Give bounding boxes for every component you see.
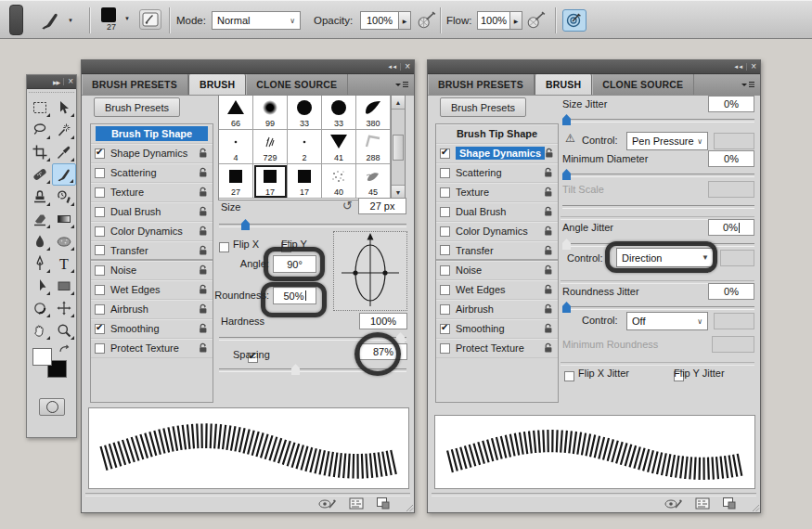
checkbox[interactable]: [95, 304, 105, 315]
brush-tip-circle[interactable]: 33: [322, 96, 356, 130]
list-item-shape-dynamics[interactable]: Shape Dynamics: [436, 144, 558, 163]
tool-type[interactable]: T: [52, 252, 76, 275]
panel-menu-icon[interactable]: [395, 80, 409, 90]
brush-tip-scatter-strokes[interactable]: 729: [253, 130, 288, 164]
roundness-jitter-input[interactable]: 0%: [708, 283, 754, 300]
minimum-diameter-input[interactable]: 0%: [708, 150, 754, 167]
checkbox[interactable]: [440, 285, 450, 295]
checkbox[interactable]: [440, 148, 450, 159]
brush-tip-triangle-down[interactable]: 41: [322, 130, 356, 164]
pressure-opacity-icon[interactable]: [417, 11, 437, 30]
preset-manager-icon[interactable]: [695, 497, 710, 510]
checkbox[interactable]: [95, 245, 105, 255]
tool-crop[interactable]: [28, 141, 52, 163]
angle-control-select[interactable]: Direction▼: [616, 248, 715, 267]
lock-icon[interactable]: [544, 284, 554, 295]
list-item-noise[interactable]: Noise: [436, 261, 558, 280]
size-slider-thumb[interactable]: [241, 219, 250, 230]
brush-tip-square[interactable]: 27: [219, 164, 253, 199]
lock-icon[interactable]: [199, 264, 209, 276]
flip-x-jitter-checkbox[interactable]: [564, 371, 574, 381]
minimum-diameter-slider[interactable]: [562, 174, 754, 177]
tab-clone-source[interactable]: CLONE SOURCE: [246, 74, 348, 95]
tool-move[interactable]: [52, 97, 76, 119]
expand-panel-icon[interactable]: ▶▶: [53, 79, 59, 85]
lock-icon[interactable]: [544, 264, 554, 276]
list-item-brush-tip-shape[interactable]: Brush Tip Shape: [436, 124, 558, 144]
list-item-shape-dynamics[interactable]: Shape Dynamics: [91, 144, 213, 163]
resize-grip[interactable]: [752, 504, 760, 512]
brush-tool-icon[interactable]: [39, 9, 61, 32]
tool-brush[interactable]: [52, 163, 76, 186]
list-item-smoothing[interactable]: Smoothing: [436, 319, 558, 339]
lock-icon[interactable]: [544, 323, 554, 334]
opacity-input[interactable]: 100%: [360, 11, 399, 30]
collapse-panel-icon[interactable]: ◄◄: [387, 64, 396, 70]
list-item-transfer[interactable]: Transfer: [436, 241, 558, 261]
tab-brush[interactable]: BRUSH: [188, 74, 246, 95]
angle-jitter-slider[interactable]: [562, 243, 754, 247]
scrollbar-thumb[interactable]: [393, 135, 404, 161]
lock-icon[interactable]: [199, 342, 209, 354]
lock-icon[interactable]: [544, 342, 554, 354]
close-icon[interactable]: ×: [400, 63, 410, 71]
list-item-airbrush[interactable]: Airbrush: [91, 300, 213, 319]
pressure-size-toggle-active[interactable]: [562, 9, 586, 32]
size-control-select[interactable]: Pen Pressure∨: [626, 132, 708, 150]
list-item-airbrush[interactable]: Airbrush: [436, 300, 558, 319]
checkbox[interactable]: [95, 148, 105, 159]
list-item-noise[interactable]: Noise: [91, 261, 213, 280]
brush-tip-tiny-dot[interactable]: 2: [288, 130, 322, 164]
tool-blur[interactable]: [28, 230, 52, 252]
brush-preset-picker[interactable]: 27: [101, 7, 122, 32]
list-item-smoothing[interactable]: Smoothing: [91, 319, 213, 339]
preset-manager-icon[interactable]: [349, 497, 364, 510]
tab-brush-presets[interactable]: BRUSH PRESETS: [82, 74, 188, 95]
brush-tip-smudge[interactable]: 45: [356, 164, 391, 199]
angle-jitter-thumb[interactable]: [562, 239, 571, 250]
brush-picker-dropdown-icon[interactable]: ▼: [124, 16, 130, 21]
lock-icon[interactable]: [199, 148, 209, 159]
lock-icon[interactable]: [199, 245, 209, 256]
list-item-protect-texture[interactable]: Protect Texture: [91, 339, 213, 358]
swap-colors-icon[interactable]: [58, 344, 70, 354]
list-item-protect-texture[interactable]: Protect Texture: [436, 339, 558, 358]
angle-jitter-input[interactable]: 0%: [708, 219, 754, 236]
flow-slider-arrow[interactable]: ▶: [509, 11, 522, 30]
lock-icon[interactable]: [199, 167, 209, 178]
roundness-input[interactable]: 50%: [273, 287, 316, 304]
lock-icon[interactable]: [544, 206, 554, 217]
tool-pen[interactable]: [28, 252, 52, 275]
list-item-color-dynamics[interactable]: Color Dynamics: [436, 222, 558, 241]
brush-presets-button[interactable]: Brush Presets: [440, 97, 526, 117]
live-tip-preview-icon[interactable]: [664, 497, 683, 510]
tool-eyedropper[interactable]: [52, 141, 76, 163]
lock-icon[interactable]: [544, 167, 554, 178]
size-input[interactable]: 27 px: [358, 198, 406, 214]
panel-title-bar[interactable]: ◄◄×: [82, 60, 414, 74]
tool-pan-3d[interactable]: [52, 297, 76, 319]
lock-icon[interactable]: [199, 226, 209, 237]
minimum-diameter-thumb[interactable]: [562, 169, 571, 180]
tool-zoom[interactable]: [52, 319, 76, 342]
tool-gradient[interactable]: [52, 208, 76, 230]
roundness-jitter-thumb[interactable]: [562, 302, 571, 313]
tab-brush-presets[interactable]: BRUSH PRESETS: [428, 74, 535, 95]
brush-tip-soft-dot[interactable]: 99: [253, 96, 288, 130]
tool-path-selection[interactable]: [28, 275, 52, 297]
checkbox[interactable]: [95, 168, 105, 178]
size-jitter-input[interactable]: 0%: [708, 96, 754, 112]
brush-presets-button[interactable]: Brush Presets: [94, 97, 180, 117]
tool-preset-dropdown-icon[interactable]: ▼: [68, 18, 73, 23]
checkbox[interactable]: [440, 245, 450, 255]
size-slider[interactable]: [219, 224, 406, 227]
list-item-brush-tip-shape[interactable]: Brush Tip Shape: [91, 124, 213, 144]
tool-magic-wand[interactable]: [52, 119, 76, 141]
live-tip-preview-icon[interactable]: [318, 497, 337, 510]
roundness-control-select[interactable]: Off∨: [626, 312, 708, 330]
checkbox[interactable]: [95, 285, 105, 295]
spacing-slider[interactable]: [219, 368, 406, 372]
tool-history-brush[interactable]: [52, 186, 76, 208]
options-bar-handle[interactable]: [9, 5, 23, 35]
lock-icon[interactable]: [544, 303, 554, 315]
